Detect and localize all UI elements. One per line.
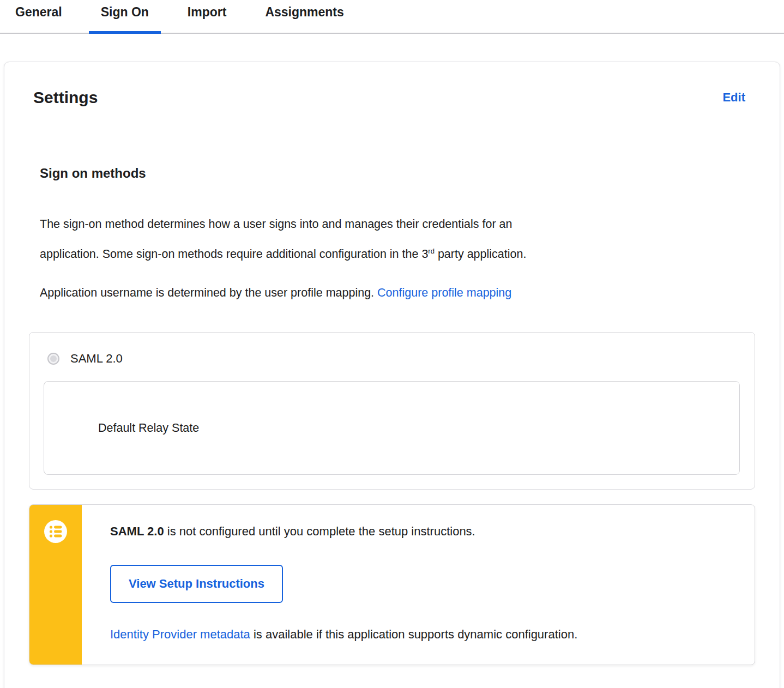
setup-instructions-callout: SAML 2.0 is not configured until you com… xyxy=(29,504,755,665)
metadata-note-text: is available if this application support… xyxy=(250,627,577,641)
settings-card-header: Settings Edit xyxy=(4,62,780,110)
saml-method-box: SAML 2.0 Default Relay State xyxy=(29,332,755,490)
tab-sign-on[interactable]: Sign On xyxy=(89,0,161,33)
description-line-2: application. Some sign-on methods requir… xyxy=(40,238,744,268)
default-relay-state-label: Default Relay State xyxy=(98,421,199,435)
configure-profile-mapping-link[interactable]: Configure profile mapping xyxy=(377,286,511,299)
callout-message: SAML 2.0 is not configured until you com… xyxy=(110,523,733,540)
list-icon xyxy=(44,520,68,546)
tab-import[interactable]: Import xyxy=(176,0,239,33)
username-mapping-description: Application username is determined by th… xyxy=(40,280,744,306)
callout-content: SAML 2.0 is not configured until you com… xyxy=(82,505,755,665)
callout-message-rest: is not configured until you complete the… xyxy=(164,524,475,538)
username-mapping-text: Application username is determined by th… xyxy=(40,286,377,299)
default-relay-state-box: Default Relay State xyxy=(44,381,740,475)
identity-provider-metadata-link[interactable]: Identity Provider metadata xyxy=(110,627,250,641)
page-title: Settings xyxy=(33,86,98,110)
callout-accent-bar xyxy=(29,505,82,665)
tab-general[interactable]: General xyxy=(3,0,74,33)
edit-link[interactable]: Edit xyxy=(722,90,745,105)
saml-radio-label: SAML 2.0 xyxy=(70,351,123,366)
saml-radio-row: SAML 2.0 xyxy=(29,333,755,366)
app-tab-bar: General Sign On Import Assignments xyxy=(0,0,784,34)
callout-message-bold: SAML 2.0 xyxy=(110,524,164,538)
saml-radio-button[interactable] xyxy=(47,353,59,365)
ordinal-superscript: rd xyxy=(428,247,435,255)
description-line-1: The sign-on method determines how a user… xyxy=(40,211,744,238)
tab-assignments[interactable]: Assignments xyxy=(253,0,355,33)
sign-on-method-description: The sign-on method determines how a user… xyxy=(40,211,744,268)
settings-card: Settings Edit Sign on methods The sign-o… xyxy=(4,62,780,688)
radio-dot xyxy=(50,355,57,362)
metadata-note: Identity Provider metadata is available … xyxy=(110,626,733,643)
sign-on-methods-heading: Sign on methods xyxy=(40,164,780,183)
view-setup-instructions-button[interactable]: View Setup Instructions xyxy=(110,565,283,603)
